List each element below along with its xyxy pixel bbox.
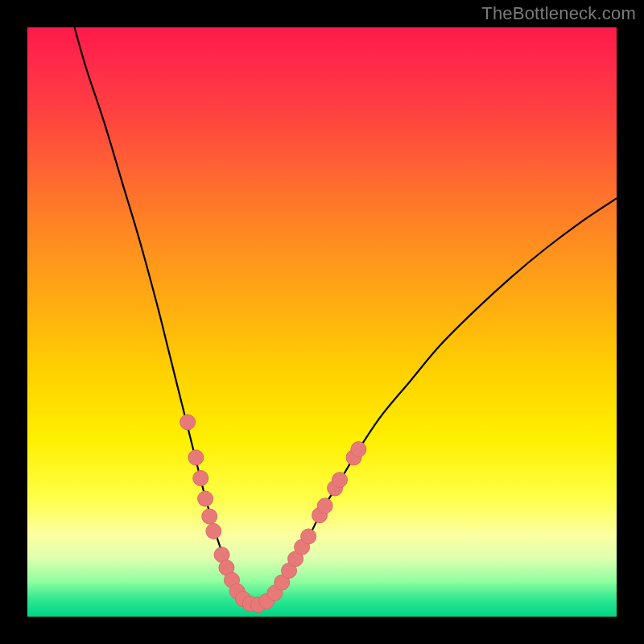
marker-dot: [317, 498, 332, 514]
highlight-markers: [180, 415, 366, 613]
marker-dot: [301, 529, 316, 544]
marker-dot: [193, 470, 208, 485]
bottleneck-curve: [75, 27, 617, 605]
watermark-text: TheBottleneck.com: [481, 3, 636, 24]
chart-svg: [27, 27, 617, 617]
marker-dot: [332, 473, 347, 488]
marker-dot: [188, 450, 204, 465]
marker-dot: [351, 442, 366, 457]
marker-dot: [180, 415, 196, 430]
marker-dot: [206, 523, 221, 539]
chart-frame: TheBottleneck.com: [0, 0, 644, 644]
marker-dot: [198, 491, 213, 506]
curve-path: [75, 27, 617, 605]
marker-dot: [202, 509, 217, 524]
plot-area: [27, 27, 617, 617]
